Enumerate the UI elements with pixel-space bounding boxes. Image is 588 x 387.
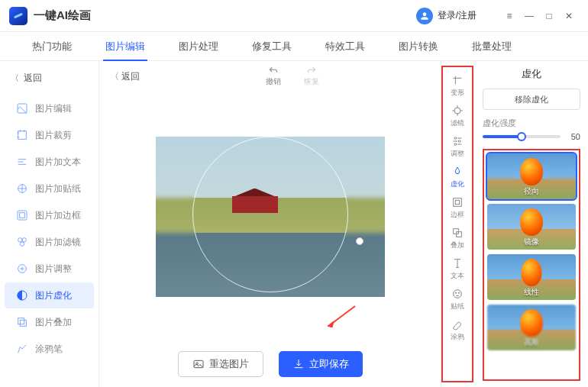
sidebar-icon [15, 235, 29, 249]
svg-point-17 [458, 140, 460, 143]
svg-point-6 [22, 238, 26, 242]
undo-button[interactable]: 撤销 [266, 66, 281, 87]
tool-7[interactable]: 贴纸 [444, 285, 470, 314]
remove-blur-button[interactable]: 移除虚化 [483, 89, 580, 110]
sidebar-item-9[interactable]: 涂鸦笔 [5, 336, 94, 362]
tool-8[interactable]: 涂鸦 [444, 316, 470, 344]
menu-icon[interactable]: ≡ [499, 6, 519, 26]
svg-rect-19 [454, 198, 462, 207]
sidebar-item-5[interactable]: 图片加滤镜 [5, 229, 94, 255]
image-canvas[interactable] [156, 137, 385, 297]
slider-value: 50 [565, 132, 580, 141]
tool-2[interactable]: 调整 [444, 133, 470, 161]
panel-title: 虚化 [483, 67, 580, 81]
app-logo [9, 7, 27, 25]
avatar[interactable] [416, 8, 433, 24]
tab-0[interactable]: 热门功能 [15, 32, 89, 61]
sidebar-icon [15, 102, 29, 115]
preset-2[interactable]: 线性 [487, 254, 576, 300]
tab-4[interactable]: 特效工具 [309, 32, 382, 61]
tab-3[interactable]: 修复工具 [235, 32, 309, 61]
tab-2[interactable]: 图片处理 [162, 32, 235, 61]
close-icon[interactable]: ✕ [559, 6, 579, 26]
svg-rect-4 [20, 213, 25, 218]
sidebar-icon [15, 128, 29, 142]
svg-rect-22 [457, 232, 462, 237]
svg-point-25 [458, 292, 459, 293]
sidebar-item-4[interactable]: 图片加边框 [5, 202, 94, 228]
svg-point-15 [454, 108, 460, 114]
annotation-arrow [326, 305, 357, 327]
tab-1[interactable]: 图片编辑 [89, 32, 162, 61]
drag-handle[interactable] [356, 237, 363, 245]
slider-label: 虚化强度 [483, 118, 580, 129]
sidebar-item-1[interactable]: 图片裁剪 [5, 122, 94, 148]
reselect-button[interactable]: 重选图片 [178, 351, 263, 377]
sidebar-icon [15, 289, 29, 302]
sidebar-icon [15, 342, 29, 356]
sidebar-icon [15, 208, 29, 222]
svg-rect-3 [18, 211, 27, 220]
tool-3[interactable]: 虚化 [444, 163, 470, 192]
blur-intensity-slider[interactable] [483, 135, 561, 138]
svg-point-5 [18, 238, 22, 242]
blur-focus-ring[interactable] [192, 137, 348, 292]
svg-point-23 [454, 290, 462, 298]
maximize-icon[interactable]: □ [539, 6, 559, 26]
tool-1[interactable]: 滤镜 [444, 102, 470, 131]
save-button[interactable]: 立即保存 [279, 351, 363, 377]
svg-rect-1 [18, 131, 27, 140]
chevron-left-icon: 〈 [110, 71, 121, 82]
sidebar-icon [15, 155, 29, 169]
minimize-icon[interactable]: — [519, 6, 539, 26]
svg-rect-21 [454, 229, 459, 234]
sidebar-icon [15, 315, 29, 329]
svg-rect-11 [20, 320, 26, 326]
sidebar-item-0[interactable]: 图片编辑 [5, 95, 94, 121]
chevron-left-icon: 〈 [11, 73, 19, 84]
svg-rect-10 [18, 318, 24, 324]
tool-0[interactable]: 变形 [444, 72, 470, 100]
sidebar-item-2[interactable]: 图片加文本 [5, 149, 94, 175]
svg-line-12 [331, 306, 355, 324]
sidebar-item-8[interactable]: 图片叠加 [5, 309, 94, 335]
svg-point-24 [455, 292, 456, 293]
sidebar-back[interactable]: 〈返回 [0, 67, 99, 89]
tool-5[interactable]: 叠加 [444, 224, 470, 253]
sidebar-icon [15, 182, 29, 195]
svg-point-16 [454, 137, 457, 140]
sidebar-item-7[interactable]: 图片虚化 [5, 282, 94, 308]
preset-0[interactable]: 径向 [487, 153, 576, 199]
sidebar-icon [15, 262, 29, 276]
editor-back[interactable]: 〈 返回 [110, 70, 140, 83]
svg-point-18 [454, 144, 457, 146]
sidebar-item-3[interactable]: 图片加贴纸 [5, 176, 94, 202]
preset-3[interactable]: 高斯 [487, 305, 576, 350]
tool-6[interactable]: 文本 [444, 255, 470, 283]
tab-6[interactable]: 批量处理 [455, 32, 528, 61]
login-link[interactable]: 登录/注册 [438, 9, 477, 22]
preset-1[interactable]: 镜像 [487, 204, 576, 250]
sidebar-item-6[interactable]: 图片调整 [5, 256, 94, 282]
redo-button[interactable]: 恢复 [304, 66, 319, 87]
svg-point-7 [20, 242, 24, 246]
app-title: 一键AI绘画 [34, 8, 416, 23]
tool-4[interactable]: 边框 [444, 194, 470, 222]
tab-5[interactable]: 图片转换 [382, 32, 455, 61]
svg-rect-20 [455, 200, 459, 204]
